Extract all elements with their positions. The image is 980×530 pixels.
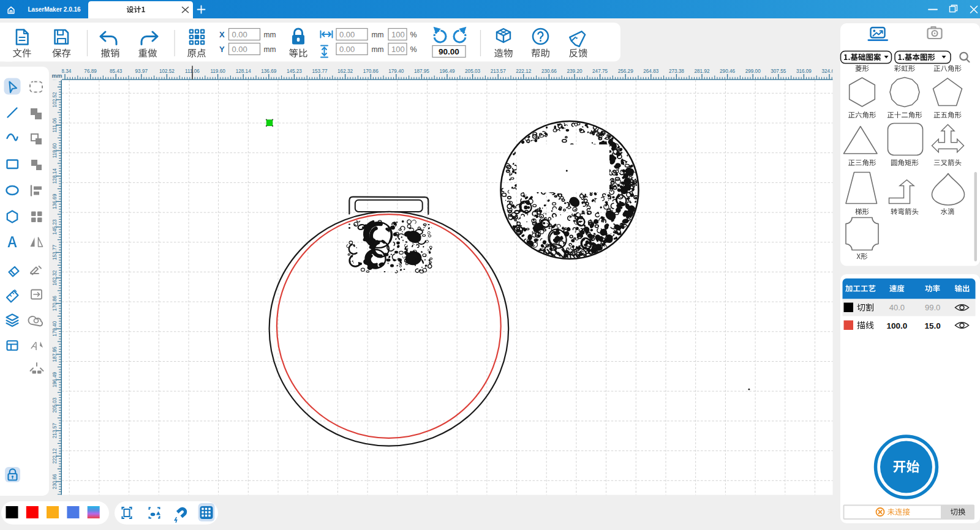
svg-text:mm: mm bbox=[372, 45, 384, 54]
svg-text:307.55: 307.55 bbox=[771, 69, 786, 74]
svg-text:0.00: 0.00 bbox=[232, 45, 247, 54]
svg-text:%: % bbox=[410, 31, 417, 39]
svg-text:Y: Y bbox=[219, 45, 225, 54]
svg-text:196.49: 196.49 bbox=[439, 69, 454, 74]
svg-text:230.66: 230.66 bbox=[541, 69, 557, 74]
svg-text:76.89: 76.89 bbox=[84, 69, 97, 74]
svg-text:mm: mm bbox=[264, 31, 276, 39]
svg-text:205.03: 205.03 bbox=[465, 69, 480, 74]
svg-text:281.92: 281.92 bbox=[694, 69, 709, 74]
svg-text:mm: mm bbox=[372, 31, 384, 39]
svg-text:299.00: 299.00 bbox=[745, 69, 761, 74]
svg-text:179.40: 179.40 bbox=[388, 69, 404, 74]
svg-text:119.60: 119.60 bbox=[210, 69, 225, 74]
svg-text:128.14: 128.14 bbox=[236, 69, 251, 74]
svg-text:LaserMaker 2.0.16: LaserMaker 2.0.16 bbox=[28, 6, 81, 13]
svg-text:mm: mm bbox=[264, 45, 276, 54]
svg-text:256.29: 256.29 bbox=[618, 69, 633, 74]
svg-text:290.46: 290.46 bbox=[720, 69, 735, 74]
svg-text:273.38: 273.38 bbox=[669, 69, 684, 74]
svg-text:136.69: 136.69 bbox=[261, 69, 276, 74]
svg-text:40.0: 40.0 bbox=[889, 303, 905, 312]
svg-text:X: X bbox=[219, 30, 225, 39]
svg-text:0.00: 0.00 bbox=[232, 30, 247, 39]
svg-text:93.97: 93.97 bbox=[135, 69, 148, 74]
svg-text:99.0: 99.0 bbox=[925, 303, 940, 312]
svg-text:0.00: 0.00 bbox=[339, 30, 355, 39]
svg-text:239.20: 239.20 bbox=[567, 69, 582, 74]
svg-text:247.75: 247.75 bbox=[592, 69, 608, 74]
svg-text:%: % bbox=[410, 45, 417, 54]
svg-text:102.52: 102.52 bbox=[159, 69, 175, 74]
svg-text:153.77: 153.77 bbox=[312, 69, 327, 74]
svg-text:100: 100 bbox=[391, 45, 405, 54]
svg-text:15.0: 15.0 bbox=[924, 321, 940, 330]
svg-text:264.83: 264.83 bbox=[643, 69, 658, 74]
svg-text:mm: mm bbox=[52, 72, 62, 79]
svg-text:90.00: 90.00 bbox=[439, 47, 459, 56]
svg-text:85.43: 85.43 bbox=[110, 69, 123, 74]
svg-text:145.23: 145.23 bbox=[287, 69, 302, 74]
svg-text:162.32: 162.32 bbox=[337, 69, 353, 74]
svg-text:187.95: 187.95 bbox=[414, 69, 429, 74]
svg-text:316.09: 316.09 bbox=[796, 69, 812, 74]
svg-text:100: 100 bbox=[391, 30, 405, 39]
svg-text:170.86: 170.86 bbox=[363, 69, 379, 74]
svg-text:222.12: 222.12 bbox=[516, 69, 531, 74]
svg-text:100.0: 100.0 bbox=[887, 321, 908, 330]
svg-text:213.57: 213.57 bbox=[491, 69, 506, 74]
svg-text:0.00: 0.00 bbox=[339, 45, 355, 54]
